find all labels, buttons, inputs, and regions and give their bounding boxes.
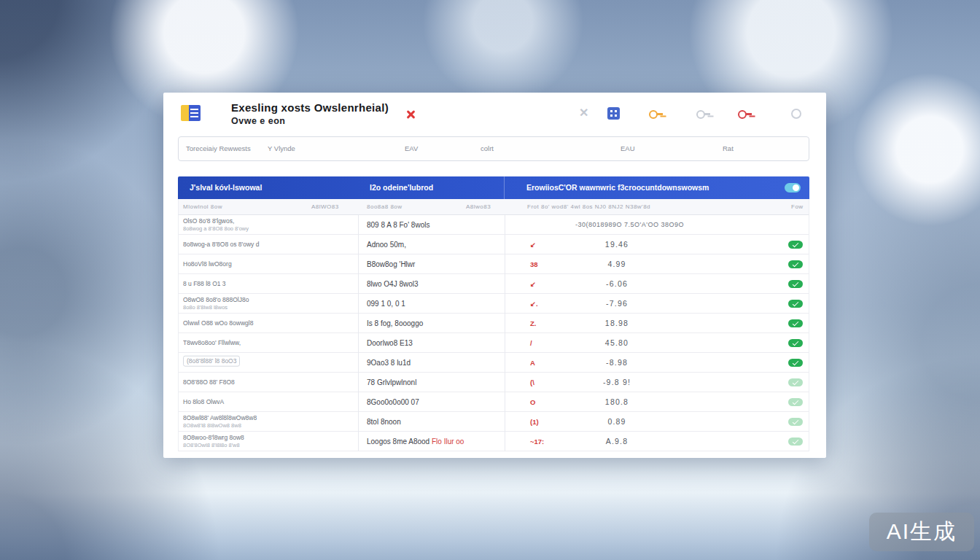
table-row[interactable]: 8O8'88O 88' F8O8 78 Grlvlpwlnonl (\ -9.8… (179, 373, 809, 392)
key-orange-icon[interactable] (649, 107, 664, 120)
table-section-header: J'slval kóvl-lswowal I2o odeine'lubrod E… (178, 176, 809, 199)
company-cell: 8 u F88 l8 O1 3 (183, 280, 355, 288)
row-change-icon: O (530, 392, 568, 412)
column-header: Mlowlnol 8ow (183, 199, 222, 215)
row-company: 8O8'88O 88' F8O8 (183, 378, 355, 386)
row-company-sub: 8O8'8Owl8 8'l8l8o 8'w8 (183, 442, 355, 448)
table-row[interactable]: Ho8oVl8 lwO8org B8ow8og 'Hlwr 38 4.99 (179, 254, 809, 274)
row-status-badge[interactable] (788, 378, 803, 386)
key-red-icon[interactable] (738, 107, 752, 120)
row-status-badge[interactable] (788, 398, 803, 406)
filter-item-eau[interactable]: EAU (621, 137, 635, 160)
row-change-icon: ↙ (530, 235, 568, 254)
company-cell: 8O8'88O 88' F8O8 (183, 378, 355, 386)
item-cell: 9Oao3 8 lu1d (367, 353, 411, 373)
filter-item-colrt[interactable]: colrt (481, 137, 494, 160)
row-status-badge[interactable] (788, 438, 803, 446)
table-row[interactable]: 8 u F88 l8 O1 3 8lwo O4J 8wol3 ↙ -6.06 (179, 274, 809, 294)
row-status-badge[interactable] (788, 319, 803, 327)
row-status-badge[interactable] (788, 359, 803, 367)
row-item: 099 1 0, 0 1 (367, 300, 405, 308)
column-header: A8lWO83 (311, 199, 339, 215)
row-status-badge[interactable] (788, 418, 803, 426)
filter-item-eav[interactable]: EAV (405, 137, 418, 160)
row-company: Ho 8lo8 OlwvA (183, 398, 355, 406)
row-value: -6.06 (569, 274, 664, 294)
row-item: 8tol 8noon (367, 418, 401, 426)
row-status-badge[interactable] (788, 300, 803, 308)
filter-item-vlynde[interactable]: Y Vlynde (268, 137, 295, 160)
title-block: Exesling xosts Owslenrheial) Ovwe e eon (231, 101, 389, 126)
row-change-icon: 38 (530, 254, 568, 274)
section-divider (504, 176, 505, 199)
ai-watermark: AI生成 (869, 513, 974, 551)
row-company: Olwwl O88 wOo 8owwgl8 (183, 319, 355, 327)
row-company: 8O8wl88' Aw8l8l8wOw8w8 (183, 414, 355, 422)
filter-bar: Toreceiaiy Rewwests Y Vlynde EAV colrt E… (178, 136, 809, 161)
table-row[interactable]: 8o8wog-a 8'8O8 os 8'owy d Adnoo 50m, ↙ 1… (179, 235, 809, 254)
row-company: Ho8oVl8 lwO8org (183, 260, 355, 268)
header-toggle[interactable] (785, 183, 801, 192)
table-row[interactable]: (8o8'8l88' l8 8oO3 9Oao3 8 lu1d A -8.98 (179, 353, 809, 373)
row-item: B8ow8og 'Hlwr (367, 260, 415, 268)
row-company: 8o8wog-a 8'8O8 os 8'owy d (183, 241, 355, 249)
filter-item-rat[interactable]: Rat (723, 137, 734, 160)
close-icon[interactable]: ✕ (579, 106, 588, 120)
table-row[interactable]: OlsO 8o'8 8'lgwos, 8o8wog a 8'8O8 8oo 8'… (179, 215, 809, 235)
row-company-sub: 8O8w8'l8 8l8wOw8 8w8 (183, 422, 355, 429)
row-item-highlight: Flo Ilur oo (432, 438, 464, 446)
company-cell: OlsO 8o'8 8'lgwos, 8o8wog a 8'8O8 8oo 8'… (183, 217, 355, 232)
table-row[interactable]: O8wO8 8o8'o 888OlJ8o 8o8o 8'8lw8 l8wos 0… (179, 294, 809, 314)
row-item: 9Oao3 8 lu1d (367, 359, 411, 367)
company-cell: O8wO8 8o8'o 888OlJ8o 8o8o 8'8lw8 l8wos (183, 296, 355, 311)
row-value: 45.80 (569, 333, 664, 353)
table-row[interactable]: Ho 8lo8 OlwvA 8Goo0o0o00 07 O 180.8 (179, 392, 809, 412)
item-cell: 8Goo0o0o00 07 (367, 392, 419, 412)
row-item: Adnoo 50m, (367, 241, 406, 249)
row-value: -9.8 9! (569, 373, 664, 392)
title-marker-icon (405, 109, 416, 120)
row-status-badge[interactable] (788, 241, 803, 249)
ring-icon[interactable] (791, 109, 801, 119)
row-change-icon: (1) (530, 412, 568, 432)
item-cell: Loogos 8me A8ood Flo Ilur oo (367, 432, 464, 451)
row-value: -7.96 (569, 294, 664, 314)
data-table: J'slval kóvl-lswowal I2o odeine'lubrod E… (178, 176, 809, 451)
column-divider (505, 215, 505, 451)
row-status-badge[interactable] (788, 260, 803, 268)
company-cell: 8O8wl88' Aw8l8l8wOw8w8 8O8w8'l8 8l8wOw8 … (183, 414, 355, 429)
row-change-icon: ↙ (530, 274, 568, 294)
filter-item-requests[interactable]: Toreceiaiy Rewwests (186, 137, 251, 160)
company-cell: Ho8oVl8 lwO8org (183, 260, 355, 268)
company-cell: Ho 8lo8 OlwvA (183, 398, 355, 406)
item-cell: 8tol 8noon (367, 412, 401, 432)
table-row[interactable]: T8wv8o8oo' Fllwlww, Doorlwo8 E13 / 45.80 (179, 333, 809, 353)
table-row[interactable]: Olwwl O88 wOo 8owwgl8 Is 8 fog, 8oooggo … (179, 314, 809, 333)
row-item: 8lwo O4J 8wol3 (367, 280, 419, 288)
row-status-badge[interactable] (788, 280, 803, 288)
app-logo-icon (181, 105, 201, 121)
column-divider (358, 215, 359, 451)
section-label-right: ErowiiosC'OR wawnwric f3croocuntdownswow… (526, 176, 709, 199)
row-item: Loogos 8me A8ood (367, 438, 432, 446)
calendar-grid-icon[interactable] (607, 107, 620, 120)
row-change-icon: ~17: (530, 432, 568, 451)
item-cell: 809 8 A 8 Fo' 8wols (367, 215, 429, 235)
row-item: Doorlwo8 E13 (367, 339, 413, 347)
item-cell: Is 8 fog, 8oooggo (367, 314, 423, 333)
row-company: O8wO8 8o8'o 888OlJ8o (183, 296, 355, 304)
table-row[interactable]: 8O8woo-8'l8wrg 8ow8 8O8'8Owl8 8'l8l8o 8'… (179, 432, 809, 451)
item-cell: 099 1 0, 0 1 (367, 294, 405, 314)
row-company: (8o8'8l88' l8 8oO3 (183, 356, 240, 367)
table-row[interactable]: 8O8wl88' Aw8l8l8wOw8w8 8O8w8'l8 8l8wOw8 … (179, 412, 809, 432)
row-item: 8Goo0o0o00 07 (367, 398, 419, 406)
row-value: 19.46 (569, 235, 664, 254)
column-header: 8oo8a8 8ow (367, 199, 402, 215)
row-status-badge[interactable] (788, 339, 803, 347)
row-wide-value: -30(8018989O 7.5O'A'OO 38O9O (575, 215, 684, 235)
column-header: A8lwo83 (466, 199, 491, 215)
row-change-icon: A (530, 353, 568, 373)
key-gray-icon[interactable] (696, 107, 711, 120)
company-cell: Olwwl O88 wOo 8owwgl8 (183, 319, 355, 327)
row-change-icon: ↙. (530, 294, 568, 314)
